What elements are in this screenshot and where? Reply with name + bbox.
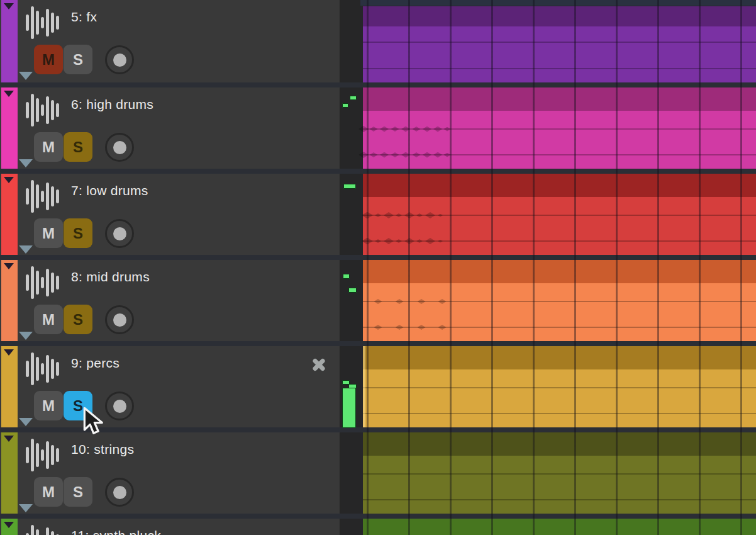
waveform-transient [425, 238, 435, 244]
solo-button[interactable]: S [64, 45, 92, 74]
track-separator [0, 427, 756, 432]
waveform-transient [444, 153, 451, 157]
level-meter [350, 96, 357, 100]
track-color-strip[interactable] [1, 432, 18, 514]
solo-button[interactable]: S [64, 477, 92, 507]
track-waveform-icon [26, 352, 61, 385]
waveform-transient [425, 212, 435, 218]
track-waveform-icon [26, 6, 61, 39]
record-dot-icon [113, 313, 126, 327]
clip-channel-line [363, 154, 756, 155]
strip-corner-triangle-icon [4, 349, 14, 356]
strip-corner-triangle-icon [4, 3, 14, 9]
record-dot-icon [113, 400, 126, 413]
track-color-strip[interactable] [1, 174, 18, 255]
waveform-transient [401, 152, 410, 158]
collapse-track-arrow[interactable] [19, 332, 33, 340]
record-arm-button[interactable] [105, 133, 134, 162]
record-dot-icon [113, 141, 126, 154]
clip-channel-line [363, 42, 756, 43]
track-row: 9: percsMS [0, 346, 756, 427]
waveform-transient [362, 238, 373, 245]
track-separator [0, 341, 756, 346]
mute-button[interactable]: M [34, 218, 63, 248]
clip-title-band [363, 6, 756, 26]
track-color-strip[interactable] [1, 346, 18, 427]
waveform-transient [380, 127, 389, 132]
track-color-strip[interactable] [1, 0, 18, 82]
waveform-transient [380, 152, 389, 158]
strip-corner-triangle-icon [4, 522, 14, 528]
clip-title-band [363, 260, 756, 283]
waveform-transient [396, 239, 402, 243]
audio-clip[interactable] [363, 260, 756, 341]
waveform-transient [391, 127, 399, 132]
track-color-strip[interactable] [1, 87, 18, 169]
clip-title-band [363, 432, 756, 456]
solo-button[interactable]: S [64, 218, 92, 248]
waveform-transient [396, 325, 404, 330]
track-row: 7: low drumsMS [0, 174, 756, 255]
waveform-transient [433, 127, 442, 132]
track-row: 10: stringsMS [0, 432, 756, 514]
record-arm-button[interactable] [105, 305, 134, 334]
collapse-track-arrow[interactable] [19, 159, 33, 167]
waveform-transient [423, 152, 431, 158]
waveform-transient [416, 239, 423, 243]
record-arm-button[interactable] [105, 219, 134, 248]
record-dot-icon [113, 54, 126, 67]
collapse-track-arrow[interactable] [19, 72, 33, 80]
clip-title-band [363, 519, 756, 535]
waveform-transient [374, 299, 382, 304]
mute-button[interactable]: M [34, 132, 63, 162]
track-waveform-icon [26, 94, 61, 127]
collapse-track-arrow[interactable] [19, 245, 33, 254]
mute-button[interactable]: M [34, 305, 63, 334]
track-waveform-icon [26, 180, 61, 213]
track-name-label[interactable]: 6: high drums [71, 96, 153, 113]
track-row: 6: high drumsMS [0, 87, 756, 169]
audio-clip[interactable] [363, 432, 756, 514]
track-name-label[interactable]: 9: percs [71, 355, 120, 371]
mute-button[interactable]: M [34, 477, 63, 507]
strip-corner-triangle-icon [4, 436, 14, 442]
mouse-cursor [81, 407, 106, 437]
arrange-top-separator [360, 0, 756, 6]
track-separator [0, 82, 756, 87]
track-name-label[interactable]: 7: low drums [71, 183, 148, 199]
collapse-track-arrow[interactable] [19, 504, 33, 512]
waveform-transient [374, 325, 382, 330]
clip-title-band [363, 174, 756, 197]
audio-clip[interactable] [363, 346, 756, 427]
level-meter [343, 184, 356, 189]
audio-clip[interactable] [363, 519, 756, 535]
level-meter [348, 288, 357, 293]
waveform-transient [370, 152, 378, 157]
track-color-strip[interactable] [1, 260, 18, 341]
track-separator [0, 514, 756, 519]
clip-title-band [363, 346, 756, 369]
track-waveform-icon [26, 439, 61, 471]
track-name-label[interactable]: 10: strings [71, 441, 134, 458]
waveform-transient [362, 212, 373, 219]
close-icon[interactable] [311, 357, 326, 372]
waveform-transient [384, 238, 394, 244]
audio-clip[interactable] [363, 174, 756, 255]
solo-button[interactable]: S [64, 132, 92, 162]
clip-channel-line [363, 473, 756, 475]
audio-clip[interactable] [363, 87, 756, 169]
mute-button[interactable]: M [34, 45, 63, 74]
record-arm-button[interactable] [105, 45, 134, 74]
mute-button[interactable]: M [34, 391, 63, 420]
track-name-label[interactable]: 11: synth pluck [71, 527, 161, 535]
record-arm-button[interactable] [105, 391, 134, 420]
waveform-transient [396, 299, 404, 304]
track-name-label[interactable]: 5: fx [71, 9, 97, 25]
collapse-track-arrow[interactable] [19, 418, 33, 426]
track-name-label[interactable]: 8: mid drums [71, 269, 150, 285]
solo-button[interactable]: S [64, 305, 92, 334]
audio-clip[interactable] [363, 6, 756, 82]
strip-corner-triangle-icon [4, 263, 14, 269]
level-meter [342, 103, 348, 108]
record-arm-button[interactable] [105, 478, 134, 507]
